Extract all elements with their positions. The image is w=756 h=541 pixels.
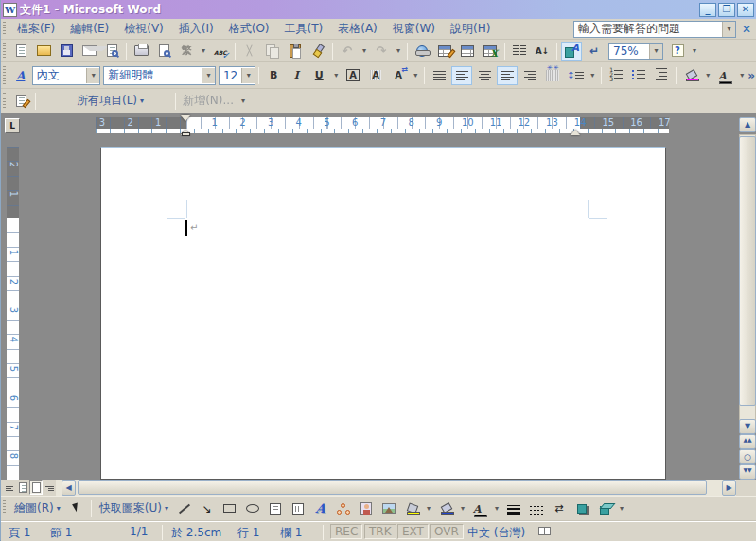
word-app-icon[interactable]: W	[3, 3, 17, 17]
ask-question-dropdown[interactable]	[722, 22, 735, 37]
fill-color-dropdown[interactable]	[424, 499, 433, 518]
underline-button[interactable]: U	[308, 66, 329, 85]
asian-layout-button[interactable]: A	[388, 66, 409, 85]
highlight-button[interactable]	[680, 66, 701, 85]
fill-color-button[interactable]	[401, 499, 422, 518]
bullets-button[interactable]	[628, 66, 649, 85]
status-language[interactable]: 中文 (台灣)	[467, 525, 525, 541]
menu-item-6[interactable]: 表格(A)	[330, 19, 385, 39]
horizontal-scroll-track[interactable]	[76, 480, 722, 496]
next-page-button[interactable]: ▼▼	[739, 464, 756, 480]
restore-button[interactable]: ❐	[718, 3, 735, 17]
oval-tool-button[interactable]	[242, 499, 263, 518]
underline-dropdown[interactable]	[331, 66, 341, 85]
align-both-button[interactable]	[497, 66, 518, 85]
styles-formatting-button[interactable]: A	[10, 66, 31, 85]
font-combo[interactable]: 新細明體	[103, 66, 216, 85]
menu-item-3[interactable]: 插入(I)	[171, 19, 221, 39]
zoom-dropdown[interactable]	[649, 44, 662, 59]
arrow-style-button[interactable]: ⇄	[549, 499, 570, 518]
document-page[interactable]: ↵	[100, 147, 666, 480]
text-direction-button[interactable]: A↓	[532, 42, 553, 61]
outline-view-button[interactable]	[43, 480, 56, 495]
threed-style-button[interactable]	[594, 499, 615, 518]
vertical-scroll-thumb[interactable]	[739, 136, 756, 406]
diagram-button[interactable]	[333, 499, 354, 518]
line-tool-button[interactable]	[174, 499, 195, 518]
draw-font-color-button[interactable]: A	[469, 499, 490, 518]
print-layout-view-button[interactable]	[29, 480, 43, 495]
menu-item-7[interactable]: 視窗(W)	[385, 19, 443, 39]
line-color-dropdown[interactable]	[458, 499, 467, 518]
menu-item-0[interactable]: 檔案(F)	[9, 19, 62, 39]
line-color-button[interactable]	[435, 499, 456, 518]
vertical-text-box-button[interactable]	[288, 499, 308, 518]
status-rec-toggle[interactable]: REC	[330, 524, 362, 539]
right-indent-marker[interactable]	[571, 125, 580, 135]
normal-view-button[interactable]	[3, 480, 16, 495]
tables-borders-button[interactable]	[434, 42, 455, 61]
text-box-button[interactable]	[265, 499, 286, 518]
scroll-left-button[interactable]: ◀	[62, 480, 76, 496]
redo-dropdown[interactable]	[394, 42, 403, 61]
spelling-button[interactable]: ABC✓	[210, 42, 231, 61]
web-layout-view-button[interactable]	[16, 480, 29, 495]
new-document-button[interactable]	[10, 42, 31, 61]
scroll-down-button[interactable]: ▼	[739, 419, 756, 434]
toolbar-grip[interactable]	[3, 93, 6, 110]
save-button[interactable]	[56, 42, 77, 61]
question-close-icon[interactable]: ✕	[736, 23, 756, 36]
wordart-button[interactable]: A	[310, 499, 331, 518]
asian-layout-dropdown[interactable]	[411, 66, 420, 85]
draw-menu-button[interactable]: 繪圖(R)	[9, 500, 65, 516]
menu-item-1[interactable]: 編輯(E)	[62, 19, 116, 39]
undo-dropdown[interactable]	[360, 42, 369, 61]
line-spacing-button[interactable]: ↕	[565, 66, 586, 85]
line-style-button[interactable]	[503, 499, 524, 518]
autotext-button[interactable]	[10, 92, 31, 111]
insert-hyperlink-button[interactable]	[412, 42, 432, 61]
email-button[interactable]	[79, 42, 99, 61]
vertical-scrollbar[interactable]: ▲ ▼ ▲▲ ○ ▼▼	[739, 117, 756, 480]
ask-question-box[interactable]: 輸入需要解答的問題	[573, 21, 736, 38]
align-justify-button[interactable]	[429, 66, 449, 85]
zoom-value[interactable]: 75%	[609, 44, 649, 58]
zoom-combo[interactable]: 75%	[608, 43, 663, 60]
distribute-button[interactable]	[542, 66, 563, 85]
line-spacing-dropdown[interactable]	[588, 66, 597, 85]
toolbar-grip[interactable]	[3, 66, 6, 84]
standard-toolbar-options[interactable]	[690, 42, 699, 61]
help-button[interactable]: ?	[667, 42, 688, 61]
font-color-dropdown[interactable]	[737, 66, 747, 85]
italic-button[interactable]: I	[286, 66, 307, 85]
status-ovr-toggle[interactable]: OVR	[430, 524, 464, 539]
columns-button[interactable]	[509, 42, 530, 61]
font-value[interactable]: 新細明體	[104, 67, 202, 83]
numbering-button[interactable]: 123	[606, 66, 626, 85]
draw-font-color-dropdown[interactable]	[492, 499, 501, 518]
menu-item-8[interactable]: 說明(H)	[443, 19, 498, 39]
shadow-style-button[interactable]	[571, 499, 592, 518]
ask-question-value[interactable]: 輸入需要解答的問題	[574, 21, 722, 37]
chinese-convert-button[interactable]: 繁	[176, 42, 197, 61]
minimize-button[interactable]: _	[699, 3, 716, 17]
menu-item-2[interactable]: 檢視(V)	[116, 19, 171, 39]
cut-button[interactable]	[239, 42, 260, 61]
font-size-combo[interactable]: 12	[219, 66, 255, 85]
clip-art-button[interactable]	[356, 499, 377, 518]
print-button[interactable]	[131, 42, 151, 61]
align-left-button[interactable]	[451, 66, 472, 85]
search-button[interactable]	[101, 42, 122, 61]
select-objects-button[interactable]	[66, 499, 87, 518]
vertical-ruler[interactable]: 21123456789	[7, 147, 19, 480]
char-shading-button[interactable]: A	[365, 66, 386, 85]
style-combo[interactable]: 內文	[32, 66, 100, 85]
char-border-button[interactable]: A	[343, 66, 363, 85]
drawing-toggle-button[interactable]	[561, 42, 582, 61]
font-dropdown[interactable]	[202, 68, 215, 83]
status-trk-toggle[interactable]: TRK	[364, 524, 396, 539]
new-autotext-button[interactable]: 新增(N)...	[180, 92, 237, 111]
highlight-dropdown[interactable]	[703, 66, 712, 85]
all-entries-button[interactable]: 所有項目(L)	[39, 93, 172, 109]
toolbar-grip[interactable]	[3, 43, 6, 58]
